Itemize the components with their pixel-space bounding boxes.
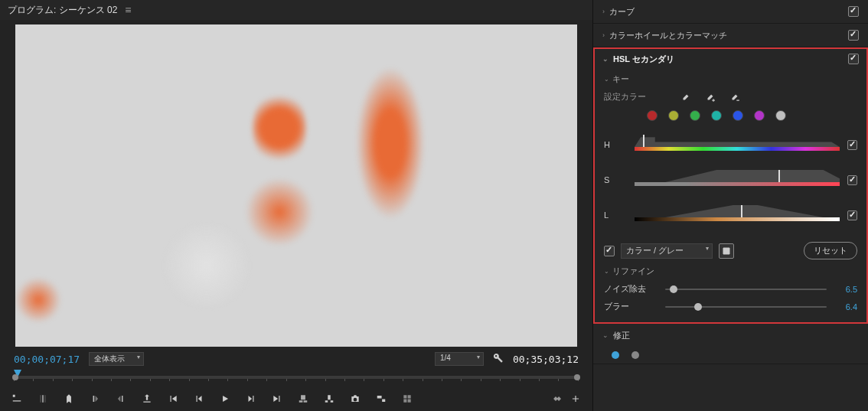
s-label: S (604, 175, 635, 184)
swatch-green[interactable] (690, 110, 700, 121)
zoom-select[interactable]: 全体表示 (89, 352, 144, 366)
hsl-checkbox[interactable] (848, 54, 859, 64)
section-wheels-label: カラーホイールとカラーマッチ (609, 30, 727, 41)
marker-icon[interactable] (63, 393, 75, 405)
swatch-olive[interactable] (668, 110, 679, 121)
timeline-scroll-left[interactable] (12, 374, 18, 380)
l-checkbox[interactable] (847, 210, 857, 220)
eyedropper-subtract-icon[interactable] (729, 92, 740, 103)
color-swatches (593, 106, 868, 127)
transport-controls (0, 387, 592, 411)
safe-margins-icon[interactable] (375, 393, 387, 405)
reset-button[interactable]: リセット (804, 242, 857, 259)
step-forward-icon[interactable] (245, 393, 257, 405)
denoise-value[interactable]: 6.5 (834, 285, 857, 294)
hue-range-slider[interactable] (635, 135, 840, 155)
add-marker-icon[interactable] (11, 393, 23, 405)
camera-icon[interactable] (349, 393, 361, 405)
saturation-range-slider[interactable] (635, 170, 840, 190)
section-correction-label: 修正 (613, 330, 630, 341)
step-back-icon[interactable] (193, 393, 205, 405)
program-viewer[interactable] (15, 24, 577, 347)
swatch-blue[interactable] (733, 110, 743, 121)
timeline[interactable] (14, 370, 579, 385)
comparison-icon[interactable] (401, 393, 413, 405)
button-editor-icon[interactable] (550, 393, 562, 405)
refine-subhead[interactable]: ⌄ リファイン (593, 263, 868, 280)
correction-dot-grey[interactable] (631, 351, 639, 359)
resolution-select[interactable]: 1/4 (435, 352, 484, 366)
mark-in-icon[interactable] (37, 393, 49, 405)
in-point-icon[interactable] (89, 393, 101, 405)
denoise-slider[interactable] (665, 289, 827, 290)
chevron-down-icon: ⌄ (604, 76, 609, 83)
settings-wrench-icon[interactable] (493, 353, 504, 366)
section-color-wheels[interactable]: › カラーホイールとカラーマッチ (593, 24, 868, 47)
correction-dot-blue[interactable] (612, 351, 619, 359)
refine-label: リファイン (612, 266, 654, 277)
wheels-checkbox[interactable] (848, 30, 859, 41)
program-title: プログラム: シーケンス 02 (8, 4, 117, 17)
swatch-red[interactable] (647, 110, 658, 121)
timecode-in[interactable]: 00;00;07;17 (14, 354, 80, 365)
chevron-down-icon: ⌄ (602, 331, 609, 339)
chevron-right-icon: › (602, 31, 605, 39)
chevron-right-icon: › (602, 8, 605, 15)
denoise-label: ノイズ除去 (604, 283, 658, 295)
add-button-icon[interactable] (569, 393, 582, 405)
blur-label: ブラー (604, 301, 658, 312)
blur-slider[interactable] (665, 306, 827, 308)
swatch-grey[interactable] (775, 110, 786, 121)
extract-icon[interactable] (323, 393, 335, 405)
mask-mode-select[interactable]: カラー / グレー (621, 243, 713, 259)
eyedropper-add-icon[interactable] (705, 92, 716, 103)
timeline-scroll-right[interactable] (574, 374, 580, 380)
go-to-in-icon[interactable] (167, 393, 179, 405)
export-frame-icon[interactable] (141, 393, 153, 405)
swatch-teal[interactable] (711, 110, 722, 121)
lumetri-panel: › カーブ › カラーホイールとカラーマッチ ⌄ HSL セカンダリ ⌄ キー (593, 0, 868, 411)
chevron-down-icon: ⌄ (604, 268, 609, 275)
eyedropper-icon[interactable] (680, 92, 691, 103)
program-monitor-panel: プログラム: シーケンス 02 ≡ 00;00;07;17 全体表示 1/4 0… (0, 0, 593, 411)
key-subhead[interactable]: ⌄ キー (593, 70, 868, 88)
l-label: L (604, 210, 635, 220)
section-curves[interactable]: › カーブ (593, 0, 868, 23)
set-color-label: 設定カラー (604, 91, 650, 103)
blur-value[interactable]: 6.4 (834, 302, 857, 312)
hsl-header[interactable]: ⌄ HSL セカンダリ (593, 47, 868, 70)
section-hsl-secondary: ⌄ HSL セカンダリ ⌄ キー 設定カラー (593, 47, 868, 324)
lift-icon[interactable] (297, 393, 309, 405)
play-icon[interactable] (219, 393, 231, 405)
chevron-down-icon: ⌄ (602, 55, 609, 63)
curves-checkbox[interactable] (848, 6, 859, 17)
section-hsl-label: HSL セカンダリ (613, 54, 674, 65)
panel-menu-icon[interactable]: ≡ (125, 4, 131, 16)
s-checkbox[interactable] (847, 175, 857, 185)
swatch-magenta[interactable] (754, 110, 765, 121)
timecode-out: 00;35;03;12 (513, 354, 579, 365)
h-label: H (604, 140, 635, 149)
key-label: キー (612, 73, 629, 85)
section-correction[interactable]: ⌄ 修正 (593, 324, 868, 347)
luminance-range-slider[interactable] (635, 205, 840, 225)
invert-mask-icon[interactable] (719, 243, 734, 259)
section-curves-label: カーブ (609, 6, 635, 18)
out-point-icon[interactable] (115, 393, 127, 405)
go-to-out-icon[interactable] (271, 393, 283, 405)
panel-header: プログラム: シーケンス 02 ≡ (0, 0, 592, 20)
h-checkbox[interactable] (847, 140, 857, 150)
mask-view-checkbox[interactable] (604, 246, 615, 256)
